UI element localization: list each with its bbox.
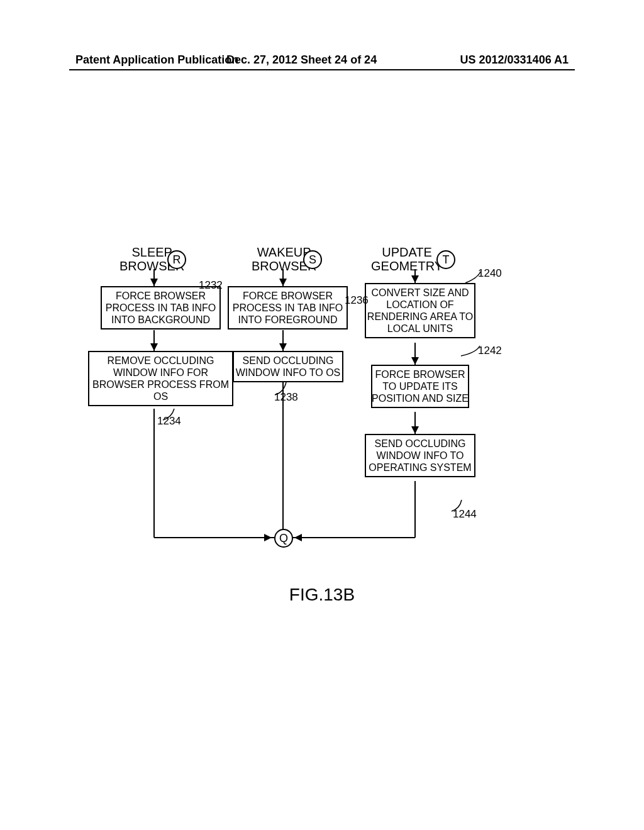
box-1236: FORCE BROWSER PROCESS IN TAB INFO INTO F…: [228, 286, 348, 329]
ref-1238: 1238: [274, 391, 298, 404]
col-update-header: UPDATE GEOMETRY: [371, 245, 443, 273]
ref-1244: 1244: [453, 508, 477, 521]
ref-1240: 1240: [478, 267, 502, 280]
box-1240: CONVERT SIZE AND LOCATION OF RENDERING A…: [365, 283, 475, 338]
figure-label: FIG.13B: [0, 585, 644, 605]
box-1232: FORCE BROWSER PROCESS IN TAB INFO INTO B…: [101, 286, 221, 329]
connector-r: R: [167, 250, 186, 269]
box-1242: FORCE BROWSER TO UPDATE ITS POSITION AND…: [371, 365, 469, 408]
ref-1236: 1236: [345, 294, 369, 307]
patent-page: Patent Application Publication Dec. 27, …: [0, 0, 644, 830]
header-rule: [69, 69, 575, 70]
connector-t: T: [436, 250, 455, 269]
header-right: US 2012/0331406 A1: [460, 53, 569, 67]
box-1238: SEND OCCLUDING WINDOW INFO TO OS: [233, 351, 343, 382]
ref-1242: 1242: [478, 345, 502, 357]
ref-1234: 1234: [157, 415, 181, 428]
connector-q: Q: [274, 529, 293, 548]
flow-arrows: [0, 0, 644, 830]
box-1234: REMOVE OCCLUDING WINDOW INFO FOR BROWSER…: [88, 351, 233, 406]
connector-s: S: [303, 250, 322, 269]
ref-1232: 1232: [199, 279, 223, 292]
header-left: Patent Application Publication: [75, 53, 238, 67]
box-1244: SEND OCCLUDING WINDOW INFO TO OPERATING …: [365, 434, 475, 477]
header-middle: Dec. 27, 2012 Sheet 24 of 24: [226, 53, 377, 67]
